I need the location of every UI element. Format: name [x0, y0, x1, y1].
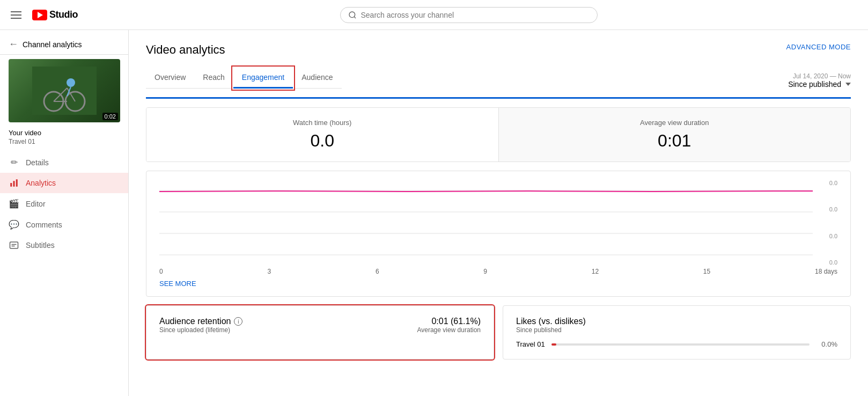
tab-engagement[interactable]: Engagement [233, 68, 293, 89]
likes-subtitle: Since published [516, 326, 586, 334]
sidebar: ← Channel analytics 0:02 Your video [0, 30, 129, 396]
date-range-text: Since published [788, 80, 841, 89]
tab-separator [146, 97, 851, 99]
thumbnail-image [32, 67, 97, 115]
app-layout: ← Channel analytics 0:02 Your video [0, 30, 868, 396]
svg-rect-12 [16, 179, 18, 187]
x-label-6: 18 days [815, 268, 837, 275]
see-more-button[interactable]: SEE MORE [159, 275, 196, 288]
play-icon [38, 12, 43, 18]
sidebar-item-subtitles-label: Subtitles [26, 241, 55, 250]
svg-rect-10 [10, 183, 12, 187]
bottom-cards: Audience retention i Since uploaded (lif… [146, 305, 851, 360]
sidebar-item-details[interactable]: ✏ Details [0, 152, 128, 173]
audience-retention-value: 0:01 (61.1%) [417, 317, 481, 326]
search-input[interactable] [361, 11, 590, 19]
sidebar-item-comments-label: Comments [26, 221, 62, 229]
likes-bar-fill [551, 343, 557, 346]
stats-cards: Watch time (hours) 0.0 Average view dura… [146, 107, 851, 162]
date-range-selector[interactable]: Jul 14, 2020 — Now Since published [788, 72, 851, 89]
your-video-label: Your video [0, 127, 128, 138]
sidebar-item-editor[interactable]: 🎬 Editor [0, 193, 128, 214]
sidebar-item-analytics[interactable]: Analytics [0, 173, 128, 193]
x-label-0: 0 [159, 268, 163, 275]
channel-analytics-label: Channel analytics [23, 40, 82, 49]
hamburger-menu-button[interactable] [9, 9, 24, 21]
youtube-logo-icon [32, 10, 47, 20]
svg-point-8 [67, 78, 75, 87]
likes-bar [551, 343, 810, 346]
tab-audience[interactable]: Audience [293, 68, 341, 89]
comment-icon: 💬 [9, 219, 19, 230]
likes-title: Likes (vs. dislikes) [516, 317, 586, 326]
x-label-2: 6 [376, 268, 379, 275]
studio-text: Studio [49, 9, 78, 20]
sidebar-item-comments[interactable]: 💬 Comments [0, 214, 128, 235]
likes-data-row: Travel 01 0.0% [516, 340, 837, 348]
tab-reach[interactable]: Reach [194, 68, 233, 89]
likes-title-group: Likes (vs. dislikes) Since published [516, 317, 586, 334]
back-arrow-icon: ← [9, 39, 18, 50]
x-label-5: 15 [703, 268, 710, 275]
dropdown-arrow-icon [845, 83, 851, 86]
x-label-1: 3 [267, 268, 271, 275]
audience-retention-card: Audience retention i Since uploaded (lif… [146, 305, 494, 360]
audience-retention-value-group: 0:01 (61.1%) Average view duration [417, 317, 481, 334]
chart-x-labels: 0 3 6 9 12 15 18 days [159, 266, 837, 275]
svg-rect-13 [10, 242, 18, 248]
sidebar-item-analytics-label: Analytics [26, 179, 56, 187]
avg-view-value: 0:01 [512, 131, 838, 151]
y-label-2: 0.0 [829, 206, 837, 212]
main-header: Video analytics ADVANCED MODE [146, 43, 851, 57]
x-label-3: 9 [483, 268, 487, 275]
sidebar-item-details-label: Details [26, 158, 49, 167]
avg-view-card: Average view duration 0:01 [498, 108, 851, 162]
subtitles-icon [9, 240, 19, 250]
watch-time-card: Watch time (hours) 0.0 [146, 108, 498, 162]
date-range-label: Jul 14, 2020 — Now [788, 72, 851, 80]
likes-card: Likes (vs. dislikes) Since published Tra… [503, 305, 851, 360]
chart-y-labels: 0.0 0.0 0.0 0.0 [829, 180, 837, 266]
chart-area: 0.0 0.0 0.0 0.0 0 3 [146, 171, 851, 297]
audience-retention-header: Audience retention i Since uploaded (lif… [159, 317, 481, 334]
y-label-3: 0.0 [829, 233, 837, 239]
pencil-icon: ✏ [9, 157, 19, 167]
likes-video-label: Travel 01 [516, 340, 545, 348]
audience-retention-info-icon[interactable]: i [234, 317, 242, 326]
main-content: Video analytics ADVANCED MODE Overview R… [129, 30, 868, 396]
film-icon: 🎬 [9, 199, 19, 209]
advanced-mode-button[interactable]: ADVANCED MODE [786, 43, 851, 51]
page-title: Video analytics [146, 43, 225, 57]
back-to-channel-analytics[interactable]: ← Channel analytics [0, 34, 128, 55]
sidebar-item-subtitles[interactable]: Subtitles [0, 235, 128, 255]
likes-header: Likes (vs. dislikes) Since published [516, 317, 837, 334]
tab-overview[interactable]: Overview [146, 68, 194, 89]
video-name: Travel 01 [0, 138, 128, 152]
logo[interactable]: Studio [32, 9, 78, 20]
header: Studio [0, 0, 868, 30]
bar-chart-icon [9, 178, 19, 188]
tabs-header: Overview Reach Engagement Audience Jul 1… [146, 68, 851, 89]
line-chart [159, 180, 837, 266]
avg-view-label: Average view duration [512, 119, 838, 127]
svg-point-0 [349, 12, 355, 18]
svg-line-1 [354, 17, 356, 18]
audience-retention-subtitle: Since uploaded (lifetime) [159, 326, 242, 334]
date-range-value[interactable]: Since published [788, 80, 851, 89]
search-icon [348, 11, 357, 19]
audience-retention-value-label: Average view duration [417, 326, 481, 334]
header-left: Studio [9, 9, 78, 21]
analytics-tabs: Overview Reach Engagement Audience [146, 68, 342, 89]
likes-value: 0.0% [816, 340, 837, 348]
audience-retention-title-group: Audience retention i Since uploaded (lif… [159, 317, 242, 334]
video-thumbnail: 0:02 [9, 59, 120, 122]
search-bar[interactable] [340, 7, 598, 23]
x-label-4: 12 [592, 268, 599, 275]
svg-rect-11 [13, 181, 15, 187]
audience-retention-title: Audience retention i [159, 317, 242, 326]
y-label-1: 0.0 [829, 180, 837, 186]
chart-container: 0.0 0.0 0.0 0.0 [159, 180, 837, 266]
watch-time-value: 0.0 [159, 131, 486, 151]
sidebar-item-editor-label: Editor [26, 200, 46, 208]
watch-time-label: Watch time (hours) [159, 119, 486, 127]
